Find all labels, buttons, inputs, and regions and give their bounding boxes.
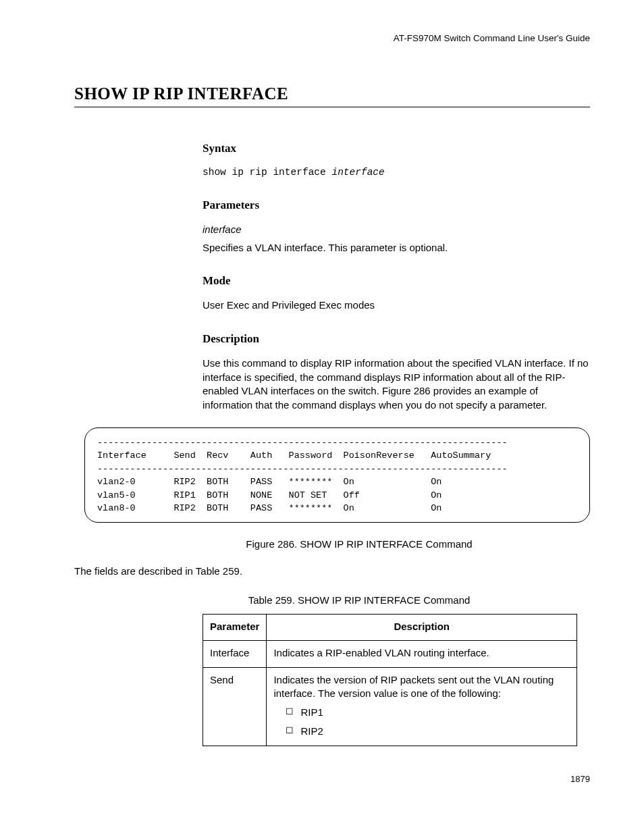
code-output-box: ----------------------------------------…	[84, 427, 590, 523]
cell-desc: Indicates a RIP-enabled VLAN routing int…	[267, 641, 577, 667]
col-parameter: Parameter	[203, 615, 267, 641]
parameters-heading: Parameters	[203, 198, 590, 213]
mode-heading: Mode	[203, 273, 590, 289]
description-table: Parameter Description Interface Indicate…	[203, 614, 577, 746]
syntax-cmd: show ip rip interface	[203, 167, 331, 178]
cell-param: Send	[203, 667, 267, 746]
col-description: Description	[267, 615, 577, 641]
table-caption: Table 259. SHOW IP RIP INTERFACE Command	[128, 594, 590, 607]
param-desc: Specifies a VLAN interface. This paramet…	[203, 241, 590, 255]
list-text: RIP1	[300, 706, 323, 719]
table-header-row: Parameter Description	[203, 615, 577, 641]
doc-header: AT-FS970M Switch Command Line User's Gui…	[74, 32, 590, 45]
cell-desc-text: Indicates the version of RIP packets sen…	[273, 674, 554, 699]
page-number: 1879	[74, 773, 590, 785]
cell-param: Interface	[203, 641, 267, 667]
description-heading: Description	[203, 332, 590, 347]
syntax-line: show ip rip interface interface	[203, 166, 590, 180]
list-text: RIP2	[300, 725, 323, 738]
description-text: Use this command to display RIP informat…	[203, 357, 590, 413]
table-row: Send Indicates the version of RIP packet…	[203, 667, 577, 746]
page-title: SHOW IP RIP INTERFACE	[74, 82, 590, 107]
after-figure-text: The fields are described in Table 259.	[74, 565, 590, 579]
figure-caption: Figure 286. SHOW IP RIP INTERFACE Comman…	[128, 538, 590, 551]
mode-text: User Exec and Privileged Exec modes	[203, 298, 590, 313]
list-item: ◻ RIP2	[273, 725, 570, 738]
table-row: Interface Indicates a RIP-enabled VLAN r…	[203, 641, 577, 667]
bullet-icon: ◻	[286, 706, 294, 715]
cell-desc: Indicates the version of RIP packets sen…	[267, 667, 577, 746]
param-name: interface	[203, 223, 590, 236]
list-item: ◻ RIP1	[273, 706, 570, 719]
syntax-arg: interface	[331, 167, 384, 178]
bullet-icon: ◻	[286, 725, 294, 734]
syntax-heading: Syntax	[203, 141, 590, 157]
